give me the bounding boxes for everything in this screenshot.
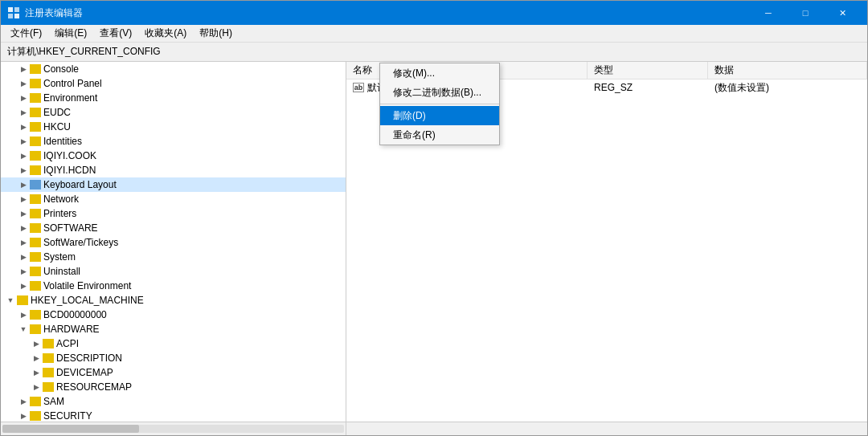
tree-label: Network [43, 194, 79, 205]
tree-label: ACPI [56, 338, 79, 349]
menu-file[interactable]: 文件(F) [4, 25, 48, 42]
tree-label: HARDWARE [43, 324, 100, 335]
context-menu-delete[interactable]: 删除(D) [380, 106, 499, 125]
expand-icon: ▶ [17, 279, 30, 292]
cell-type: REG_SZ [588, 82, 708, 93]
expand-icon: ▶ [17, 149, 30, 162]
expand-icon: ▶ [30, 337, 43, 350]
col-type-label: 类型 [594, 63, 613, 77]
tree-item-iqiyi-cook[interactable]: ▶ IQIYI.COOK [1, 149, 346, 163]
context-menu: 修改(M)... 修改二进制数据(B)... 删除(D) 重命名(R) [379, 63, 500, 145]
tree-item-hklm[interactable]: ▼ HKEY_LOCAL_MACHINE [1, 293, 346, 308]
context-menu-modify[interactable]: 修改(M)... [380, 63, 499, 83]
expand-icon: ▶ [17, 207, 30, 220]
tree-item-network[interactable]: ▶ Network [1, 192, 346, 206]
tree-label: RESOURCEMAP [56, 381, 132, 393]
window: 注册表编辑器 ─ □ ✕ 文件(F) 编辑(E) 查看(V) 收藏夹(A) 帮助… [0, 0, 868, 436]
svg-rect-0 [8, 7, 13, 12]
expand-icon: ▶ [17, 308, 30, 321]
cell-data-value: (数值未设置) [714, 81, 769, 95]
tree-label: IQIYI.COOK [43, 150, 96, 161]
expand-icon: ▶ [17, 77, 30, 90]
tree-panel[interactable]: ▶ Console ▶ Control Panel ▶ Environment … [1, 62, 346, 422]
minimize-button[interactable]: ─ [750, 1, 787, 25]
tree-item-bcd[interactable]: ▶ BCD00000000 [1, 308, 346, 322]
tree-item-software-tickeys[interactable]: ▶ SoftWare/Tickeys [1, 235, 346, 250]
expand-icon: ▼ [4, 294, 17, 307]
tree-item-acpi[interactable]: ▶ ACPI [1, 336, 346, 351]
tree-label: Uninstall [43, 266, 80, 277]
tree-item-identities[interactable]: ▶ Identities [1, 134, 346, 149]
tree-item-control-panel[interactable]: ▶ Control Panel [1, 76, 346, 91]
context-menu-rename[interactable]: 重命名(R) [380, 125, 499, 145]
menu-help[interactable]: 帮助(H) [193, 25, 239, 42]
expand-icon: ▼ [17, 323, 30, 336]
tree-label: IQIYI.HCDN [43, 165, 96, 176]
expand-icon: ▶ [17, 120, 30, 133]
expand-icon: ▶ [17, 106, 30, 119]
tree-item-uninstall[interactable]: ▶ Uninstall [1, 264, 346, 279]
scroll-track-left[interactable] [2, 425, 344, 433]
right-scrollbar-x[interactable] [346, 422, 867, 435]
expand-icon: ▶ [30, 366, 43, 379]
expand-icon: ▶ [17, 395, 30, 408]
menu-bar: 文件(F) 编辑(E) 查看(V) 收藏夹(A) 帮助(H) [1, 25, 867, 43]
col-type: 类型 [588, 62, 708, 79]
tree-item-iqiyi-hcdn[interactable]: ▶ IQIYI.HCDN [1, 163, 346, 177]
tree-item-sam[interactable]: ▶ SAM [1, 394, 346, 409]
address-label: 计算机\HKEY_CURRENT_CONFIG [7, 45, 161, 59]
expand-icon: ▶ [17, 236, 30, 249]
tree-label: Console [43, 63, 79, 75]
scroll-thumb-left[interactable] [2, 425, 139, 433]
menu-edit[interactable]: 编辑(E) [48, 25, 93, 42]
bottom-scrollbar [1, 422, 867, 435]
tree-item-environment[interactable]: ▶ Environment [1, 91, 346, 105]
menu-favorites[interactable]: 收藏夹(A) [138, 25, 193, 42]
tree-item-eudc[interactable]: ▶ EUDC [1, 105, 346, 120]
tree-label: HKCU [43, 121, 71, 132]
tree-scrollbar-x[interactable] [1, 422, 346, 435]
tree-item-software[interactable]: ▶ SOFTWARE [1, 221, 346, 235]
expand-icon: ▶ [30, 352, 43, 365]
tree-label: Keyboard Layout [43, 179, 117, 190]
maximize-button[interactable]: □ [787, 1, 824, 25]
tree-item-volatile-env[interactable]: ▶ Volatile Environment [1, 279, 346, 293]
expand-icon: ▶ [17, 92, 30, 104]
tree-label: Printers [43, 208, 76, 219]
col-data: 数据 [708, 62, 867, 79]
tree-item-keyboard-layout[interactable]: ▶ Keyboard Layout [1, 177, 346, 192]
expand-icon: ▶ [30, 381, 43, 393]
expand-icon: ▶ [17, 178, 30, 191]
tree-item-security[interactable]: ▶ SECURITY [1, 409, 346, 422]
tree-label: SAM [43, 396, 64, 407]
title-bar: 注册表编辑器 ─ □ ✕ [1, 1, 867, 25]
svg-rect-3 [14, 14, 19, 18]
window-controls: ─ □ ✕ [750, 1, 861, 25]
tree-label: DESCRIPTION [56, 352, 122, 364]
tree-item-devicemap[interactable]: ▶ DEVICEMAP [1, 365, 346, 380]
context-menu-modify-bin[interactable]: 修改二进制数据(B)... [380, 83, 499, 102]
tree-item-console[interactable]: ▶ Console [1, 62, 346, 76]
tree-label: Environment [43, 92, 97, 104]
tree-label: Identities [43, 136, 82, 147]
tree-label: Volatile Environment [43, 280, 131, 291]
tree-item-description[interactable]: ▶ DESCRIPTION [1, 351, 346, 365]
tree-item-system[interactable]: ▶ System [1, 250, 346, 264]
tree-item-printers[interactable]: ▶ Printers [1, 206, 346, 221]
menu-view[interactable]: 查看(V) [93, 25, 138, 42]
tree-item-resourcemap[interactable]: ▶ RESOURCEMAP [1, 380, 346, 394]
svg-rect-1 [14, 7, 19, 12]
tree-label: SECURITY [43, 410, 92, 422]
address-bar: 计算机\HKEY_CURRENT_CONFIG [1, 43, 867, 62]
expand-icon: ▶ [17, 222, 30, 234]
value-icon: ab [353, 83, 364, 92]
expand-icon: ▶ [17, 410, 30, 422]
tree-item-hardware[interactable]: ▼ HARDWARE [1, 322, 346, 336]
close-button[interactable]: ✕ [824, 1, 861, 25]
expand-icon: ▶ [17, 265, 30, 278]
col-data-label: 数据 [714, 63, 734, 77]
window-title: 注册表编辑器 [25, 6, 750, 20]
tree-item-hkcu[interactable]: ▶ HKCU [1, 120, 346, 134]
tree-label: BCD00000000 [43, 309, 107, 320]
tree-label: SoftWare/Tickeys [43, 237, 118, 248]
